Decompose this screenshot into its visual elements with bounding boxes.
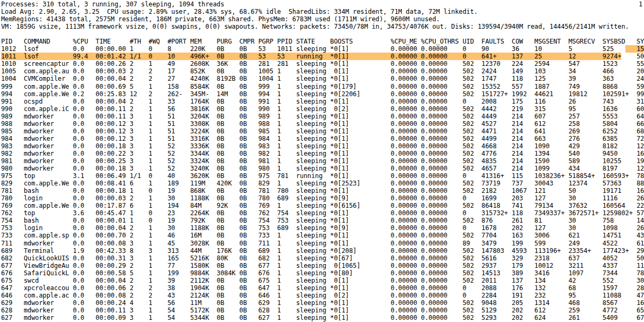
process-row[interactable]: 711 mdworker 0.0 00:00.08 3 1 45 3028K 0… xyxy=(1,240,644,247)
process-row[interactable]: 753 login 0.0 00:00.04 2 1 30 1188K 0B 0… xyxy=(1,224,644,232)
process-row[interactable]: 988 mdworker 0.0 00:00.12 3 1 51 3308K 0… xyxy=(1,120,644,128)
process-row[interactable]: 754 bash 0.0 00:00.01 1 0 19 792K 0B 0B … xyxy=(1,217,644,224)
process-row[interactable]: 628 mdworker 0.0 00:00.11 3 1 54 5172K 0… xyxy=(1,307,644,314)
process-row[interactable]: 647 xpcroleaccou 0.0 00:00.06 2 2 38 190… xyxy=(1,284,644,292)
process-row[interactable]: 675 swcd 0.0 00:00.04 2 1 39 2112K 0B 0B… xyxy=(1,277,644,284)
summary-line-processes: Processes: 310 total, 3 running, 307 sle… xyxy=(1,1,644,8)
processes-summary-text: Processes: 310 total, 3 running, 307 sle… xyxy=(1,1,224,8)
selection-highlight: 1011 lsof 99.4 00:01.42 1/1 0 10 496K+ 0… xyxy=(1,53,621,60)
process-row[interactable]: 989 mdworker 0.0 00:00.11 3 1 51 3204K 0… xyxy=(1,113,644,120)
process-row[interactable]: 999 com.apple.We 0.0 00:00.69 5 1 158 85… xyxy=(1,83,644,90)
process-row[interactable]: 682 QuickLookUIS 0.0 00:00.31 3 1 165 52… xyxy=(1,255,644,262)
process-row[interactable]: 975 top 3.1 00:06.49 1/1 0 40 3620K 0B 0… xyxy=(1,172,644,180)
summary-line-vm-networks-disks: VM: 1859G vsize, 1113M framework vsize, … xyxy=(1,23,644,30)
process-row[interactable]: 689 Terminal 1.9 00:42.33 8 3 313 44M 17… xyxy=(1,247,644,255)
process-row[interactable]: 646 com.apple.ac 0.0 00:00.08 2 2 43 212… xyxy=(1,292,644,299)
terminal-screen[interactable]: Processes: 310 total, 3 running, 307 sle… xyxy=(0,0,644,322)
process-row[interactable]: 762 top 3.6 00:45.47 1 0 23 2264K 0B 0B … xyxy=(1,209,644,217)
process-row[interactable]: 1010 screencaptur 0.0 00:00.26 2 1 49 26… xyxy=(1,60,644,67)
process-row[interactable]: 1005 com.apple.au 0.0 00:00.03 2 2 17 85… xyxy=(1,67,644,75)
process-row[interactable]: 629 mdworker 0.0 00:00.24 4 1 56 11M 0B … xyxy=(1,299,644,307)
process-row[interactable]: 769 com.apple.We 0.0 00:17.87 6 1 194 84… xyxy=(1,202,644,209)
blank-line xyxy=(1,30,644,38)
selection-highlight: 15 xyxy=(625,45,644,53)
column-header-row: PID COMMAND %CPU TIME #TH #WQ #PORT MEM … xyxy=(1,38,644,45)
process-row-selected[interactable]: 1011 lsof 99.4 00:01.42 1/1 0 10 496K+ 0… xyxy=(1,53,644,60)
process-row[interactable]: 1012 lsof 0.0 00:00.00 1 0 8 220K 0B 0B … xyxy=(1,45,644,53)
process-row[interactable]: 677 ViewBridgeAu 0.0 00:00.29 2 1 77 158… xyxy=(1,262,644,269)
process-row[interactable]: 982 mdworker 0.0 00:00.22 3 1 52 3344K 0… xyxy=(1,150,644,157)
process-row[interactable]: 733 com.apple.sp 0.0 00:00.70 2 1 46 16M… xyxy=(1,232,644,239)
process-row[interactable]: 676 SafariQuickL 0.0 00:00.58 5 1 199 98… xyxy=(1,269,644,277)
process-row[interactable]: 984 mdworker 0.0 00:00.12 3 1 51 3316K 0… xyxy=(1,135,644,142)
summary-line-memregions-physmem: MemRegions: 41438 total, 2575M resident,… xyxy=(1,15,644,23)
process-row[interactable]: 980 mdworker 0.0 00:00.18 3 1 52 3240K 0… xyxy=(1,165,644,172)
process-rows: 1012 lsof 0.0 00:00.00 1 0 8 220K 0B 0B … xyxy=(1,45,644,322)
process-row[interactable]: 990 com.apple.iC 0.0 00:00.11 2 1 56 381… xyxy=(1,105,644,113)
page-indicator: 1 xyxy=(639,1,642,8)
terminal-window: Processes: 310 total, 3 running, 307 sle… xyxy=(0,0,644,322)
process-row[interactable]: 985 mdworker 0.0 00:00.12 3 1 51 3224K 0… xyxy=(1,128,644,135)
process-row[interactable]: 781 bash 0.0 00:00.18 1 0 19 868K 0B 0B … xyxy=(1,187,644,194)
process-row[interactable]: 1004 CVMCompiler 0.0 00:00.04 2 2 27 424… xyxy=(1,75,644,82)
process-row[interactable]: 627 mdworker 0.0 00:00.09 3 1 54 5344K 0… xyxy=(1,314,644,321)
process-row[interactable]: 829 com.apple.We 0.0 00:08.41 6 1 189 11… xyxy=(1,180,644,187)
process-row[interactable]: 991 ocspd 0.0 00:00.04 2 1 33 1764K 0B 0… xyxy=(1,98,644,105)
process-row[interactable]: 981 mdworker 0.0 00:00.25 3 1 52 3324K 0… xyxy=(1,157,644,165)
process-row[interactable]: 983 mdworker 0.0 00:00.18 3 1 52 3336K 0… xyxy=(1,142,644,150)
summary-line-load-cpu-sharedlibs: Load Avg: 2.90, 2.65, 3.25 CPU usage: 2.… xyxy=(1,8,644,15)
process-row[interactable]: 780 login 0.0 00:00.03 2 1 30 1188K 0B 0… xyxy=(1,194,644,202)
process-row[interactable]: 994 com.apple.We 0.2 00:25.83 12 2 262- … xyxy=(1,90,644,98)
